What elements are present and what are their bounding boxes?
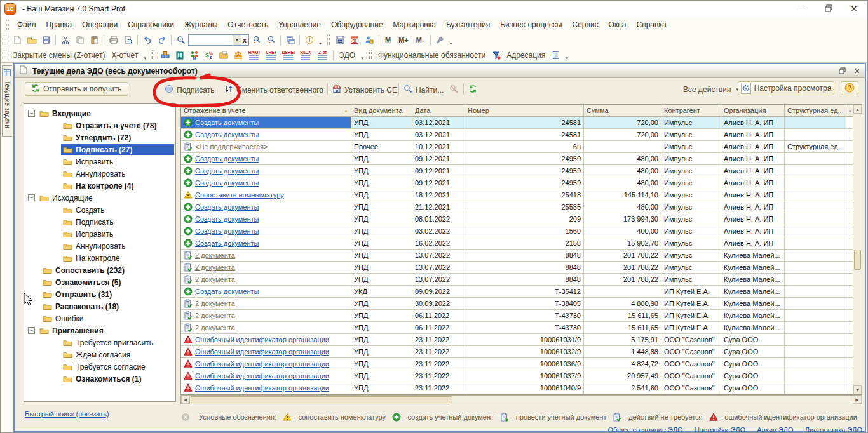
table-row-10[interactable]: Создать документыУПД16.02.2022215815 902…	[181, 237, 862, 250]
menu-item-12[interactable]: Окна	[604, 18, 632, 31]
child-restore-button[interactable]	[839, 65, 846, 77]
action-link[interactable]: Ошибочный идентификатор организации	[195, 360, 329, 368]
windows-icon[interactable]	[283, 34, 297, 47]
action-link[interactable]: Создать документы	[195, 239, 259, 247]
tree-item-21[interactable]: Требуется согласие	[24, 361, 175, 373]
action-link[interactable]: 2 документа	[195, 324, 235, 331]
scroll-up-icon[interactable]: ▲	[853, 105, 862, 114]
scroll-right-icon[interactable]: ▶	[853, 396, 862, 404]
expander-icon[interactable]: −	[28, 110, 35, 117]
action-link[interactable]: Создать документы	[195, 155, 259, 163]
calculator-icon[interactable]	[333, 34, 348, 47]
action-link[interactable]: 2 документа	[195, 263, 235, 271]
find-next-icon[interactable]	[249, 34, 264, 47]
table-row-4[interactable]: Создать документыУПД09.12.202124959480,0…	[181, 165, 862, 177]
expander-icon[interactable]: −	[28, 327, 35, 334]
table-row-7[interactable]: Создать документыУПД21.12.202125585480,0…	[181, 201, 862, 213]
action-link[interactable]: Ошибочный идентификатор организации	[195, 348, 329, 356]
vscroll-thumb[interactable]	[854, 250, 861, 270]
table-row-20[interactable]: Ошибочный идентификатор организацииУПД23…	[181, 358, 862, 370]
action-link[interactable]: 2 документа	[195, 251, 235, 259]
menu-item-1[interactable]: Правка	[41, 18, 78, 31]
tree-item-19[interactable]: Требуется пригласить	[24, 336, 175, 349]
table-row-0[interactable]: Создать документыУПД03.12.202124581720,0…	[181, 117, 862, 129]
table-row-18[interactable]: Ошибочный идентификатор организацииУПД23…	[181, 334, 862, 346]
chevron-down-icon[interactable]: ▼	[358, 57, 366, 60]
menu-item-13[interactable]: Справка	[631, 18, 671, 31]
horizontal-scrollbar[interactable]: ◀ ▶	[180, 395, 862, 404]
table-row-3[interactable]: Создать документыУПД09.12.202124959480,0…	[181, 153, 862, 165]
cut-icon[interactable]	[58, 34, 72, 47]
tree-item-17[interactable]: Ошибки	[24, 312, 175, 324]
mini-report-button[interactable]: ЦЕНЫ	[280, 48, 297, 62]
chevron-down-icon[interactable]: ▼	[563, 57, 571, 60]
tree-item-8[interactable]: Создать	[24, 204, 175, 216]
tree-item-18[interactable]: −Приглашения	[24, 324, 175, 336]
change-responsible-button[interactable]: Сменить ответственного	[224, 84, 323, 95]
table-row-22[interactable]: Ошибочный идентификатор организацииУПД23…	[181, 382, 862, 394]
people-group-icon[interactable]	[231, 48, 245, 62]
menu-item-9[interactable]: Бухгалтерия	[441, 18, 495, 31]
action-link[interactable]: 2 документа	[195, 276, 235, 283]
toolbar-text-button[interactable]: M	[381, 35, 395, 45]
table-row-11[interactable]: 2 документаУПД13.07.20228848201 708,22Им…	[181, 250, 862, 262]
tree-item-11[interactable]: Аннулировать	[24, 240, 175, 252]
action-link[interactable]: Создать документы	[195, 288, 259, 295]
tree-item-12[interactable]: На контроле	[24, 252, 175, 264]
action-link[interactable]: Создать документы	[195, 179, 259, 187]
column-header-1[interactable]: Вид документа	[351, 105, 412, 117]
find-prev-icon[interactable]	[264, 34, 278, 47]
action-link[interactable]: Создать документы	[195, 167, 259, 175]
table-row-12[interactable]: 2 документаУПД13.07.20228848201 708,22Им…	[181, 262, 862, 274]
func-duties-icon[interactable]	[489, 48, 503, 62]
building-icon[interactable]	[172, 48, 187, 62]
action-link[interactable]: Ошибочный идентификатор организации	[195, 384, 329, 392]
column-header-7[interactable]: Структурная ед...	[785, 105, 846, 117]
chevron-down-icon[interactable]: ▼	[141, 57, 149, 60]
action-link[interactable]: Ошибочный идентификатор организации	[195, 372, 329, 380]
toolbar-text-button[interactable]: M-	[412, 35, 428, 45]
tree-item-15[interactable]: Отправить (31)	[24, 288, 175, 300]
set-ce-button[interactable]: Установить СЕ	[332, 84, 397, 95]
print-preview-icon[interactable]	[121, 34, 135, 47]
menu-item-3[interactable]: Справочники	[123, 18, 179, 31]
folder-docs-icon[interactable]	[216, 48, 231, 62]
tree-item-13[interactable]: Сопоставить (232)	[24, 264, 175, 276]
addressing-icon[interactable]	[548, 48, 563, 62]
undo-icon[interactable]	[140, 34, 154, 47]
table-row-9[interactable]: Создать документыУПД03.02.20221560400,00…	[181, 225, 862, 237]
action-link[interactable]: Ошибочный идентификатор организации	[195, 336, 329, 343]
action-link[interactable]: Создать документы	[195, 131, 259, 138]
column-header-6[interactable]: Организация	[721, 105, 785, 117]
toolbar-button[interactable]: X-отчет	[108, 50, 141, 61]
refresh-button[interactable]	[468, 84, 477, 95]
menu-item-11[interactable]: Сервис	[567, 18, 604, 31]
table-row-21[interactable]: Ошибочный идентификатор организацииУПД23…	[181, 370, 862, 382]
tree-item-1[interactable]: Отразить в учете (78)	[24, 119, 175, 131]
close-button[interactable]: ×	[851, 4, 857, 13]
toolbar-button[interactable]: Функциональные обязанности	[375, 50, 489, 61]
sign-button[interactable]: Подписать	[165, 84, 214, 95]
table-row-14[interactable]: Создать документыУКД09.09.2022Т-35412ИП …	[181, 286, 862, 298]
mini-report-button[interactable]: Z-от	[314, 48, 331, 62]
tree-item-22[interactable]: Ознакомиться (1)	[24, 373, 175, 385]
menu-item-4[interactable]: Журналы	[179, 18, 222, 31]
side-tab-current-tasks[interactable]: Текущие задачи	[2, 65, 12, 137]
table-row-15[interactable]: 2 документаУПД30.09.2022Т-384054 880,90И…	[181, 298, 862, 310]
clear-find-button[interactable]	[449, 84, 458, 95]
table-row-19[interactable]: Ошибочный идентификатор организацииУПД23…	[181, 346, 862, 358]
action-link[interactable]: 2 документа	[195, 312, 235, 319]
tree-item-3[interactable]: Подписать (27)	[24, 143, 175, 156]
expander-icon[interactable]: −	[28, 194, 35, 201]
money-icon[interactable]: $%€	[201, 48, 216, 62]
user-session-icon[interactable]	[362, 34, 377, 47]
redo-icon[interactable]	[154, 34, 169, 47]
search-input[interactable]	[189, 36, 233, 44]
action-link[interactable]: Создать документы	[195, 227, 259, 235]
action-link[interactable]: Создать документы	[195, 119, 259, 126]
footer-link-1[interactable]: Настройки ЭДО	[695, 426, 746, 433]
mini-report-button[interactable]: РАСХ	[297, 48, 314, 62]
persons-m-icon[interactable]: M	[187, 48, 201, 62]
open-folder-icon[interactable]	[24, 34, 39, 47]
tree-item-5[interactable]: Аннулировать	[24, 168, 175, 180]
